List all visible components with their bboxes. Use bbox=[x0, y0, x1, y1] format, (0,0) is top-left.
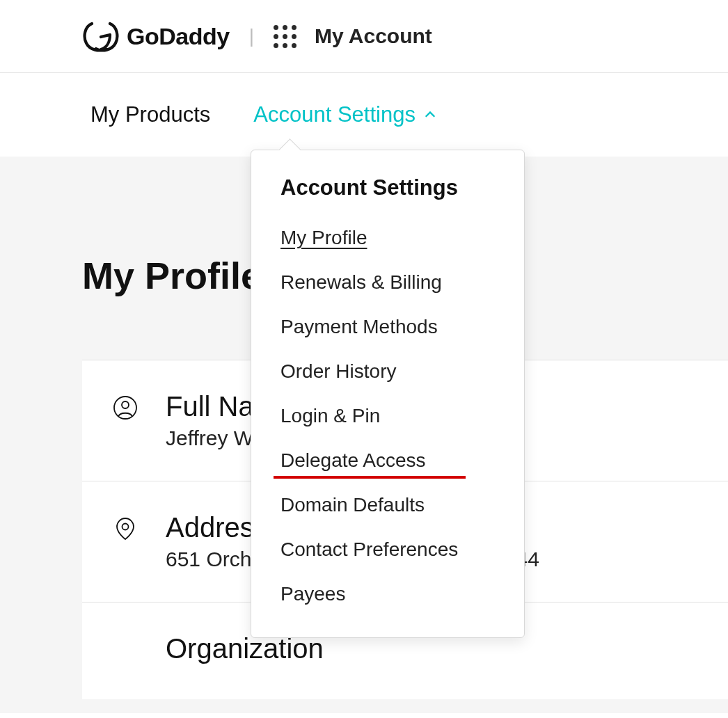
location-pin-icon bbox=[113, 516, 138, 541]
dropdown-item-login-pin[interactable]: Login & Pin bbox=[251, 394, 524, 438]
chevron-up-icon bbox=[424, 109, 436, 121]
card-content: Organization bbox=[166, 633, 324, 669]
my-account-label[interactable]: My Account bbox=[315, 24, 432, 48]
divider: | bbox=[249, 25, 254, 47]
dropdown-title: Account Settings bbox=[251, 175, 524, 216]
dropdown-item-renewals-billing[interactable]: Renewals & Billing bbox=[251, 260, 524, 305]
dropdown-item-my-profile[interactable]: My Profile bbox=[251, 216, 524, 260]
account-settings-dropdown: Account Settings My Profile Renewals & B… bbox=[251, 150, 525, 638]
brand-logo[interactable]: GoDaddy bbox=[82, 19, 230, 53]
dropdown-item-order-history[interactable]: Order History bbox=[251, 349, 524, 394]
secondary-nav: My Products Account Settings bbox=[0, 73, 728, 157]
svg-point-1 bbox=[122, 401, 129, 408]
header-bar: GoDaddy | My Account bbox=[0, 0, 728, 73]
nav-my-products[interactable]: My Products bbox=[90, 102, 210, 127]
svg-point-2 bbox=[122, 524, 129, 530]
dropdown-item-contact-preferences[interactable]: Contact Preferences bbox=[251, 527, 524, 572]
nav-account-settings[interactable]: Account Settings bbox=[253, 102, 436, 127]
nav-account-settings-label: Account Settings bbox=[253, 102, 416, 127]
dropdown-item-payees[interactable]: Payees bbox=[251, 572, 524, 616]
user-icon bbox=[113, 395, 138, 420]
godaddy-logo-icon bbox=[82, 19, 120, 53]
brand-name: GoDaddy bbox=[127, 23, 230, 50]
dropdown-item-payment-methods[interactable]: Payment Methods bbox=[251, 305, 524, 349]
dropdown-item-domain-defaults[interactable]: Domain Defaults bbox=[251, 483, 524, 527]
apps-grid-icon[interactable] bbox=[274, 25, 296, 48]
dropdown-item-delegate-access[interactable]: Delegate Access bbox=[251, 438, 524, 483]
svg-point-0 bbox=[114, 397, 136, 419]
